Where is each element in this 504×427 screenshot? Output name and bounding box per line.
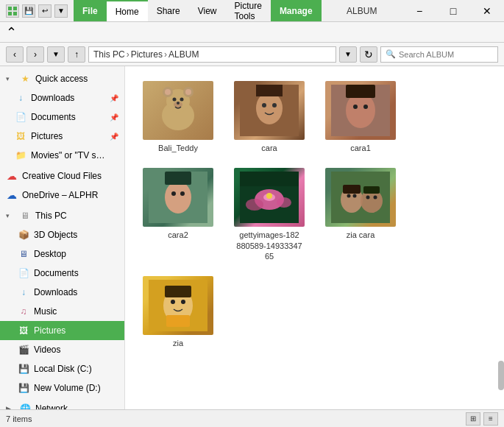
svg-point-32 bbox=[266, 193, 272, 199]
svg-rect-47 bbox=[165, 286, 191, 297]
file-item-cara1[interactable]: cara1 bbox=[316, 75, 405, 159]
tab-share[interactable]: Share bbox=[148, 0, 189, 21]
file-thumbnail bbox=[234, 81, 305, 140]
svg-rect-21 bbox=[346, 85, 375, 98]
path-thispc[interactable]: This PC bbox=[93, 49, 125, 60]
tab-view[interactable]: View bbox=[189, 0, 226, 21]
file-name: gettyimages-182 880589-14933347 65 bbox=[231, 230, 308, 261]
large-icon-view-button[interactable]: ⊞ bbox=[466, 412, 480, 426]
sidebar-item-desktop[interactable]: 🖥 Desktop bbox=[0, 244, 124, 264]
refresh-button[interactable]: ↻ bbox=[360, 46, 377, 63]
svg-point-23 bbox=[363, 105, 368, 109]
pin-icon: 📌 bbox=[110, 94, 118, 102]
recent-locations-button[interactable]: ▼ bbox=[47, 46, 65, 63]
path-album[interactable]: ALBUM bbox=[168, 49, 199, 60]
save-button[interactable]: 💾 bbox=[22, 4, 35, 18]
svg-point-34 bbox=[277, 197, 291, 208]
tab-home[interactable]: Home bbox=[107, 0, 148, 21]
sidebar-label: This PC bbox=[35, 211, 118, 221]
svg-point-10 bbox=[173, 98, 177, 102]
back-button[interactable]: ‹ bbox=[6, 46, 24, 63]
close-button[interactable]: ✕ bbox=[470, 0, 504, 22]
svg-point-41 bbox=[347, 194, 351, 198]
sidebar-label: OneDrive – ALPHR bbox=[22, 190, 118, 200]
sidebar-label: Network bbox=[35, 403, 118, 409]
file-name: Bali_Teddy bbox=[158, 143, 198, 153]
address-bar: ‹ › ▼ ↑ This PC › Pictures › ALBUM ▼ ↻ 🔍 bbox=[0, 43, 504, 66]
downloads-icon: ↓ bbox=[15, 92, 26, 104]
sidebar-item-creative-cloud[interactable]: ☁ Creative Cloud Files bbox=[0, 166, 124, 186]
file-item-cara2[interactable]: cara2 bbox=[134, 162, 222, 267]
onedrive-icon: ☁ bbox=[6, 189, 18, 201]
sidebar-item-documents-quick[interactable]: 📄 Documents 📌 bbox=[0, 107, 124, 127]
search-input[interactable] bbox=[399, 50, 487, 59]
address-expand-button[interactable]: ▼ bbox=[339, 46, 357, 63]
disk-icon: 💾 bbox=[18, 363, 29, 375]
sidebar-item-downloads-pc[interactable]: ↓ Downloads bbox=[0, 283, 124, 302]
sidebar-item-movies-quick[interactable]: 📁 Movies" or "TV s… bbox=[0, 146, 124, 165]
svg-rect-39 bbox=[343, 185, 361, 194]
sidebar-item-pictures-pc[interactable]: 🖼 Pictures bbox=[0, 321, 124, 340]
file-item-zia-cara[interactable]: zia cara bbox=[316, 162, 405, 267]
pin-icon: 📌 bbox=[110, 133, 118, 141]
sidebar-label: 3D Objects bbox=[34, 230, 118, 240]
details-view-button[interactable]: ≡ bbox=[483, 412, 498, 426]
pin-icon: 📌 bbox=[110, 113, 118, 121]
sidebar-label: Downloads bbox=[31, 93, 105, 103]
maximize-button[interactable]: □ bbox=[436, 0, 470, 22]
sidebar-item-thispc[interactable]: ▾ 🖥 This PC bbox=[0, 206, 124, 225]
svg-rect-16 bbox=[256, 85, 283, 96]
search-icon: 🔍 bbox=[386, 49, 396, 59]
sidebar-item-network[interactable]: ▶ 🌐 Network bbox=[0, 399, 124, 409]
file-item-gettyimages[interactable]: gettyimages-182 880589-14933347 65 bbox=[225, 162, 313, 267]
sidebar-item-pictures-quick[interactable]: 🖼 Pictures 📌 bbox=[0, 127, 124, 146]
sidebar-item-new-volume[interactable]: 💾 New Volume (D:) bbox=[0, 378, 124, 398]
sidebar-item-documents-pc[interactable]: 📄 Documents bbox=[0, 264, 124, 283]
svg-point-11 bbox=[180, 98, 184, 102]
file-item-bali-teddy[interactable]: Bali_Teddy bbox=[134, 75, 222, 159]
tab-manage[interactable]: Manage bbox=[271, 0, 322, 21]
svg-rect-26 bbox=[165, 172, 191, 185]
sidebar-item-3d-objects[interactable]: 📦 3D Objects bbox=[0, 225, 124, 244]
svg-point-28 bbox=[180, 191, 185, 196]
svg-point-25 bbox=[165, 181, 191, 214]
title-bar: 💾 ↩ ▼ File Home Share View Picture Tools… bbox=[0, 0, 504, 22]
undo-button[interactable]: ↩ bbox=[38, 4, 52, 18]
tab-file[interactable]: File bbox=[74, 0, 107, 21]
tab-picture-tools[interactable]: Picture Tools bbox=[226, 0, 271, 21]
ribbon-collapse[interactable]: ⌃ bbox=[6, 24, 17, 40]
quick-access-label: Quick access bbox=[35, 74, 118, 84]
file-thumbnail bbox=[143, 276, 213, 335]
search-box[interactable]: 🔍 bbox=[380, 46, 498, 63]
sidebar-label: Music bbox=[34, 306, 118, 317]
pictures-icon: 🖼 bbox=[15, 130, 26, 142]
svg-rect-50 bbox=[166, 315, 190, 327]
file-thumbnail bbox=[143, 168, 213, 227]
sidebar-item-videos[interactable]: 🎬 Videos bbox=[0, 340, 124, 359]
path-pictures[interactable]: Pictures bbox=[131, 49, 163, 60]
svg-point-22 bbox=[353, 105, 358, 109]
sidebar-item-local-disk[interactable]: 💾 Local Disk (C:) bbox=[0, 359, 124, 378]
disk-icon: 💾 bbox=[18, 382, 29, 394]
sidebar-label: Documents bbox=[34, 268, 118, 278]
status-bar: 7 items ⊞ ≡ bbox=[0, 409, 504, 427]
svg-point-33 bbox=[246, 199, 263, 211]
address-path[interactable]: This PC › Pictures › ALBUM bbox=[88, 46, 336, 63]
file-item-cara[interactable]: cara bbox=[225, 75, 313, 159]
quick-access-toolbar[interactable] bbox=[6, 4, 19, 18]
file-thumbnail bbox=[325, 168, 396, 227]
sidebar-item-music[interactable]: ♫ Music bbox=[0, 302, 124, 321]
sidebar-item-downloads-quick[interactable]: ↓ Downloads 📌 bbox=[0, 88, 124, 107]
ribbon-nav-group: ⌃ bbox=[6, 24, 17, 40]
file-thumbnail bbox=[325, 81, 396, 140]
window-controls: − □ ✕ bbox=[402, 0, 504, 22]
up-button[interactable]: ↑ bbox=[68, 46, 85, 63]
customize-qat[interactable]: ▼ bbox=[54, 4, 68, 18]
minimize-button[interactable]: − bbox=[402, 0, 436, 22]
sidebar-quick-access-header[interactable]: ▾ ★ Quick access bbox=[0, 69, 124, 88]
svg-point-20 bbox=[346, 93, 375, 128]
forward-button[interactable]: › bbox=[26, 46, 44, 63]
sidebar-label: Pictures bbox=[34, 325, 118, 336]
sidebar-item-onedrive[interactable]: ☁ OneDrive – ALPHR bbox=[0, 186, 124, 205]
file-item-zia[interactable]: zia bbox=[134, 270, 222, 354]
